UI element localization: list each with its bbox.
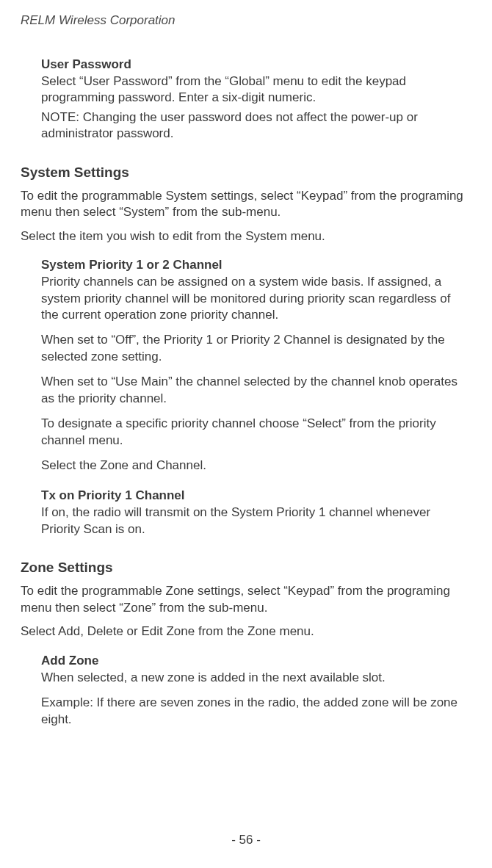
paragraph-system-intro-1: To edit the programmable System settings… <box>21 188 471 221</box>
subsection-priority-channel: System Priority 1 or 2 Channel Priority … <box>21 258 471 474</box>
heading-add-zone: Add Zone <box>41 654 469 668</box>
heading-tx-priority: Tx on Priority 1 Channel <box>41 488 469 503</box>
paragraph-user-password-1: Select “User Password” from the “Global”… <box>41 73 469 106</box>
paragraph-zone-intro-1: To edit the programmable Zone settings, … <box>21 583 471 616</box>
section-system-settings: System Settings To edit the programmable… <box>21 164 471 538</box>
section-zone-settings: Zone Settings To edit the programmable Z… <box>21 560 471 728</box>
heading-system-settings: System Settings <box>21 164 471 181</box>
heading-priority-channel: System Priority 1 or 2 Channel <box>41 258 469 272</box>
paragraph-priority-1: Priority channels can be assigned on a s… <box>41 274 469 323</box>
paragraph-user-password-note: NOTE: Changing the user password does no… <box>41 109 469 142</box>
subsection-tx-priority: Tx on Priority 1 Channel If on, the radi… <box>21 488 471 538</box>
page-number: - 56 - <box>0 833 492 847</box>
subsection-add-zone: Add Zone When selected, a new zone is ad… <box>21 654 471 728</box>
document-header: RELM Wireless Corporation <box>21 13 471 28</box>
paragraph-add-zone-2: Example: If there are seven zones in the… <box>41 695 469 728</box>
paragraph-priority-4: To designate a specific priority channel… <box>41 416 469 449</box>
paragraph-priority-2: When set to “Off”, the Priority 1 or Pri… <box>41 332 469 365</box>
paragraph-priority-5: Select the Zone and Channel. <box>41 457 469 474</box>
heading-zone-settings: Zone Settings <box>21 560 471 576</box>
heading-user-password: User Password <box>41 57 469 72</box>
paragraph-add-zone-1: When selected, a new zone is added in th… <box>41 670 469 686</box>
paragraph-tx-priority-1: If on, the radio will transmit on the Sy… <box>41 504 469 538</box>
paragraph-system-intro-2: Select the item you wish to edit from th… <box>21 228 471 245</box>
paragraph-zone-intro-2: Select Add, Delete or Edit Zone from the… <box>21 623 471 640</box>
paragraph-priority-3: When set to “Use Main” the channel selec… <box>41 374 469 407</box>
section-user-password: User Password Select “User Password” fro… <box>21 57 471 142</box>
